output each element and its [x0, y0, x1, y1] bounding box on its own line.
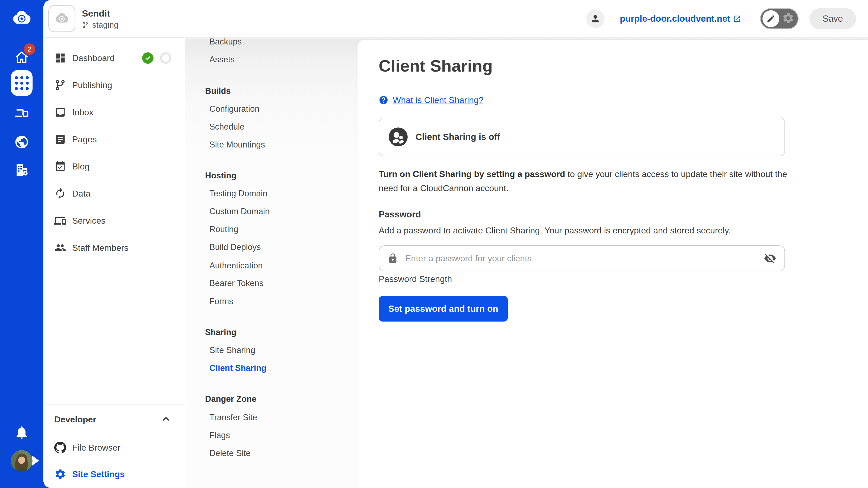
client-sharing-status-card: Client Sharing is off — [379, 118, 785, 156]
password-description: Add a password to activate Client Sharin… — [379, 226, 846, 236]
settings-nav-item-backups[interactable]: Backups — [209, 37, 242, 46]
intro-bold-text: Turn on Client Sharing by setting a pass… — [379, 169, 565, 179]
publishing-branch-icon — [54, 79, 66, 91]
settings-nav-item-build-deploys[interactable]: Build Deploys — [209, 242, 261, 252]
site-info: Sendit staging — [82, 8, 119, 30]
settings-nav-section-hosting: Hosting — [205, 171, 236, 181]
sidebar-item-services[interactable]: Services — [43, 207, 185, 234]
settings-nav-item-delete-site[interactable]: Delete Site — [209, 448, 251, 458]
developer-section-header[interactable]: Developer — [43, 404, 185, 434]
settings-nav-item-assets[interactable]: Assets — [209, 55, 235, 65]
preview-url-text: purple-door.cloudvent.net — [620, 13, 730, 24]
sidebar-item-label: Pages — [72, 134, 97, 144]
sidebar-item-label: File Browser — [72, 443, 120, 453]
sidebar-item-label: Blog — [72, 162, 90, 172]
settings-nav-item-configuration[interactable]: Configuration — [209, 104, 259, 114]
intro-paragraph: Turn on Client Sharing by setting a pass… — [379, 167, 789, 195]
dashboard-icon — [54, 52, 66, 64]
sidebar-item-data[interactable]: Data — [43, 180, 185, 207]
blog-calendar-icon — [54, 161, 66, 172]
pencil-icon — [766, 14, 775, 23]
sidebar-item-blog[interactable]: Blog — [43, 153, 185, 180]
settings-nav-item-routing[interactable]: Routing — [209, 225, 239, 234]
panel-body: Dashboard Publishing — [43, 38, 868, 488]
settings-nav-item-testing-domain[interactable]: Testing Domain — [209, 189, 268, 198]
rail-devices-icon[interactable] — [14, 105, 29, 120]
github-icon — [54, 442, 66, 454]
what-is-client-sharing-link[interactable]: What is Client Sharing? — [393, 95, 484, 105]
settings-nav-item-authentication[interactable]: Authentication — [209, 261, 262, 270]
cloudcannon-app: 2 — [0, 0, 868, 488]
app-rail: 2 — [0, 0, 43, 488]
build-success-icon — [142, 52, 154, 64]
rail-globe-icon[interactable] — [14, 134, 29, 150]
settings-nav-section-builds: Builds — [205, 86, 231, 96]
rail-apps-active-icon[interactable] — [11, 70, 33, 96]
developer-label: Developer — [54, 415, 96, 425]
rail-home-icon[interactable]: 2 — [14, 50, 29, 65]
set-password-button[interactable]: Set password and turn on — [379, 296, 508, 322]
site-environment: staging — [82, 20, 119, 30]
gear-icon — [54, 468, 66, 480]
settings-nav-item-transfer-site[interactable]: Transfer Site — [209, 413, 257, 422]
settings-nav-item-site-sharing[interactable]: Site Sharing — [209, 346, 255, 355]
client-password-input[interactable] — [398, 254, 764, 263]
help-row: What is Client Sharing? — [379, 95, 846, 105]
settings-nav-section-sharing: Sharing — [205, 327, 236, 337]
pages-icon — [54, 133, 66, 145]
notifications-badge: 2 — [24, 43, 35, 55]
external-link-icon — [733, 14, 741, 23]
save-button[interactable]: Save — [809, 8, 856, 29]
settings-nav-item-flags[interactable]: Flags — [209, 430, 230, 440]
user-avatar[interactable] — [11, 450, 33, 472]
edit-mode-knob — [763, 10, 779, 27]
inbox-icon — [54, 106, 66, 118]
settings-nav-item-schedule[interactable]: Schedule — [209, 122, 244, 132]
sidebar-item-staff-members[interactable]: Staff Members — [43, 234, 185, 261]
cloudcannon-logo-icon — [10, 7, 33, 30]
sidebar-item-label: Dashboard — [72, 53, 115, 63]
grid-dots-icon — [15, 76, 29, 90]
site-name: Sendit — [82, 8, 119, 19]
rail-organization-icon[interactable] — [14, 163, 29, 178]
password-strength-label: Password Strength — [379, 274, 846, 284]
services-devices-icon — [54, 215, 66, 227]
password-input-wrapper — [379, 246, 785, 271]
build-pending-ring-icon — [160, 52, 172, 64]
settings-nav-item-client-sharing[interactable]: Client Sharing — [209, 363, 267, 373]
password-label: Password — [379, 209, 846, 220]
client-user-icon[interactable] — [586, 9, 604, 28]
sidebar-item-label: Services — [72, 216, 105, 226]
sidebar-item-inbox[interactable]: Inbox — [43, 99, 185, 126]
sidebar-item-file-browser[interactable]: File Browser — [43, 434, 185, 461]
editor-mode-toggle[interactable] — [760, 8, 799, 29]
sidebar-item-pages[interactable]: Pages — [43, 126, 185, 153]
sidebar-item-site-settings[interactable]: Site Settings — [43, 461, 185, 487]
settings-nav-item-site-mountings[interactable]: Site Mountings — [209, 140, 265, 150]
settings-nav-section-danger-zone: Danger Zone — [205, 394, 256, 404]
settings-nav-item-custom-domain[interactable]: Custom Domain — [209, 206, 270, 216]
sidebar-item-dashboard[interactable]: Dashboard — [43, 44, 185, 72]
help-question-icon — [379, 95, 389, 105]
settings-mode-gear-icon — [782, 12, 795, 26]
developer-section: Developer File Browser — [43, 404, 185, 487]
settings-nav-item-forms[interactable]: Forms — [209, 297, 233, 306]
client-sharing-page: Client Sharing What is Client Sharing? — [358, 40, 868, 488]
preview-url-link[interactable]: purple-door.cloudvent.net — [620, 13, 741, 24]
client-sharing-status-text: Client Sharing is off — [415, 132, 500, 142]
toggle-password-visibility-icon[interactable] — [764, 252, 776, 265]
sidebar-item-label: Staff Members — [72, 243, 128, 253]
client-sharing-people-icon — [388, 127, 408, 147]
data-sync-icon — [54, 188, 66, 199]
site-thumbnail[interactable] — [48, 5, 75, 32]
sidebar-item-label: Inbox — [72, 107, 93, 118]
environment-label: staging — [92, 20, 119, 30]
sidebar-item-label: Publishing — [72, 80, 112, 90]
lock-icon — [388, 253, 398, 264]
sidebar-item-label: Site Settings — [72, 469, 125, 479]
topbar: Sendit staging purple-door.cloudvent.net — [43, 0, 868, 38]
sidebar-item-publishing[interactable]: Publishing — [43, 72, 185, 99]
settings-nav-item-bearer-tokens[interactable]: Bearer Tokens — [209, 279, 264, 288]
main-panel: Sendit staging purple-door.cloudvent.net — [43, 0, 868, 488]
notifications-bell-icon[interactable] — [14, 425, 29, 440]
